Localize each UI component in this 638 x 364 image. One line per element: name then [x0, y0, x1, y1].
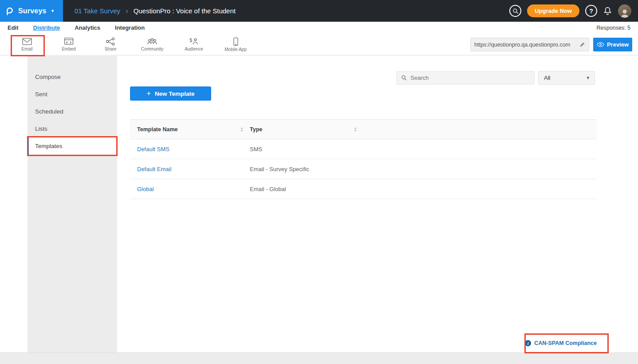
column-header-type: Type [250, 126, 262, 133]
distribute-toolbar: Email Embed Share Community Audience Mob… [0, 34, 638, 55]
survey-nav: Edit Distribute Analytics Integration Re… [0, 22, 638, 34]
table-row: Default Email Email - Survey Specific [130, 159, 597, 179]
table-row: Global Email - Global [130, 179, 597, 199]
toolbar-item-label: Mobile App [224, 47, 246, 52]
toolbar-item-label: Share [105, 47, 117, 51]
survey-url-box [470, 38, 589, 51]
sidebar-item-scheduled[interactable]: Scheduled [28, 103, 117, 120]
chevron-down-icon: ▾ [51, 8, 54, 14]
templates-table: Template Name ▴▾ Type ▴▾ Default SMS SMS… [130, 119, 597, 199]
preview-label: Preview [607, 41, 629, 48]
breadcrumb: 01 Take Survey › QuestionPro : Voice of … [75, 7, 236, 16]
toolbar-item-embed[interactable]: Embed [48, 37, 90, 51]
sidebar-item-lists[interactable]: Lists [28, 120, 117, 137]
survey-url-input[interactable] [474, 42, 577, 48]
sort-icon-template-name[interactable]: ▴▾ [241, 127, 243, 132]
eye-icon [597, 42, 604, 47]
toolbar-item-email[interactable]: Email [6, 37, 48, 51]
toolbar-item-label: Embed [62, 47, 76, 51]
chevron-right-icon: › [126, 7, 128, 16]
nav-tabs: Edit Distribute Analytics Integration [8, 24, 145, 31]
filter-selected-value: All [544, 74, 550, 81]
user-avatar[interactable] [618, 4, 631, 18]
topbar-actions: Upgrade Now ? [509, 4, 638, 18]
info-icon: i [525, 340, 531, 346]
template-type-value: Email - Survey Specific [250, 166, 309, 172]
toolbar-item-audience[interactable]: Audience [173, 37, 215, 51]
topbar: Surveys ▾ 01 Take Survey › QuestionPro :… [0, 0, 638, 22]
email-sidebar: Compose Sent Scheduled Lists Templates [28, 56, 117, 352]
template-name-link[interactable]: Default SMS [137, 146, 243, 153]
toolbar-item-label: Email [21, 47, 32, 51]
notifications-bell-icon[interactable] [603, 6, 612, 16]
mobile-app-icon [233, 37, 239, 46]
toolbar-item-share[interactable]: Share [90, 37, 131, 51]
new-template-label: New Template [155, 90, 195, 97]
templates-table-header: Template Name ▴▾ Type ▴▾ [130, 119, 597, 139]
email-icon [22, 37, 32, 46]
template-search-input[interactable] [410, 74, 530, 81]
search-icon[interactable] [509, 5, 521, 17]
upgrade-now-button[interactable]: Upgrade Now [527, 4, 579, 17]
audience-icon [188, 37, 200, 46]
toolbar-item-community[interactable]: Community [131, 37, 173, 51]
tab-edit[interactable]: Edit [8, 24, 19, 31]
questionpro-logo-icon [5, 7, 14, 16]
toolbar-item-label: Community [141, 47, 164, 51]
template-type-value: SMS [250, 146, 262, 153]
can-spam-label: CAN-SPAM Compliance [534, 340, 597, 346]
template-type-filter[interactable]: All ▾ [538, 71, 595, 85]
share-icon [105, 37, 116, 46]
table-row: Default SMS SMS [130, 139, 597, 159]
plus-icon: + [146, 90, 150, 98]
edit-url-pencil-icon[interactable] [579, 42, 585, 47]
breadcrumb-survey-name[interactable]: 01 Take Survey [75, 7, 120, 15]
tab-integration[interactable]: Integration [115, 24, 145, 31]
sidebar-item-sent[interactable]: Sent [28, 86, 117, 103]
toolbar-item-label: Audience [185, 47, 203, 51]
help-button[interactable]: ? [585, 5, 597, 17]
tab-analytics[interactable]: Analytics [75, 24, 100, 31]
sort-icon-type[interactable]: ▴▾ [354, 127, 356, 132]
responses-count[interactable]: Responses: 5 [597, 25, 630, 31]
breadcrumb-page-title: QuestionPro : Voice of the Student [134, 7, 236, 15]
product-switcher[interactable]: Surveys ▾ [0, 0, 63, 22]
embed-icon [63, 37, 74, 46]
new-template-button[interactable]: + New Template [130, 86, 211, 101]
search-icon [401, 75, 407, 81]
template-name-link[interactable]: Default Email [137, 166, 243, 172]
product-name: Surveys [18, 7, 47, 15]
sidebar-item-compose[interactable]: Compose [28, 68, 117, 86]
template-type-value: Email - Global [250, 186, 286, 192]
footer-strip [0, 352, 638, 364]
templates-panel: All ▾ + New Template Template Name ▴▾ Ty… [117, 56, 638, 352]
sidebar-item-templates[interactable]: Templates [28, 137, 117, 155]
preview-button[interactable]: Preview [593, 38, 632, 51]
template-search-box [396, 71, 535, 85]
tab-distribute[interactable]: Distribute [33, 24, 60, 31]
template-name-link[interactable]: Global [137, 186, 243, 192]
column-header-template-name: Template Name [137, 126, 177, 133]
can-spam-compliance-link[interactable]: i CAN-SPAM Compliance [525, 340, 597, 346]
chevron-down-icon: ▾ [587, 75, 589, 81]
toolbar-item-mobile-app[interactable]: Mobile App [215, 37, 256, 52]
community-icon [146, 37, 158, 46]
